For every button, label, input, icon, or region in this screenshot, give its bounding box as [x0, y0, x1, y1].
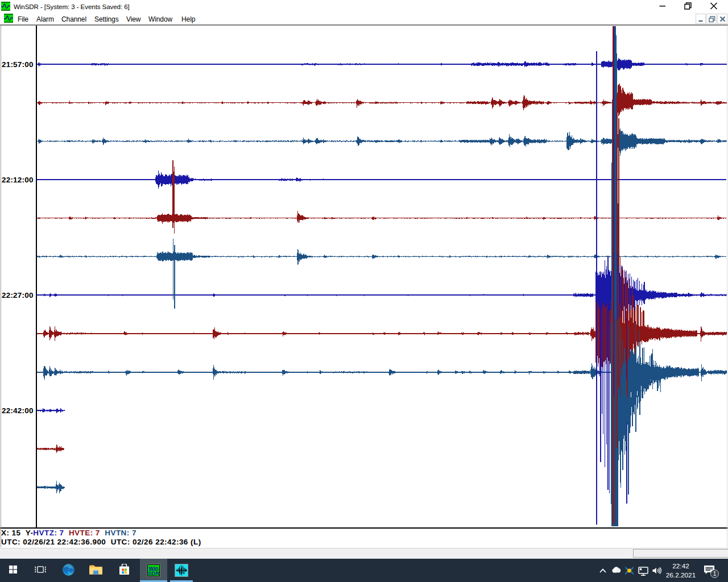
svg-text:SDR: SDR — [148, 570, 159, 576]
svg-text:22:27:00: 22:27:00 — [2, 291, 34, 300]
svg-text:22:12:00: 22:12:00 — [2, 176, 34, 184]
svg-text:21:57:00: 21:57:00 — [2, 60, 34, 69]
svg-text:22:42:00: 22:42:00 — [2, 406, 34, 415]
